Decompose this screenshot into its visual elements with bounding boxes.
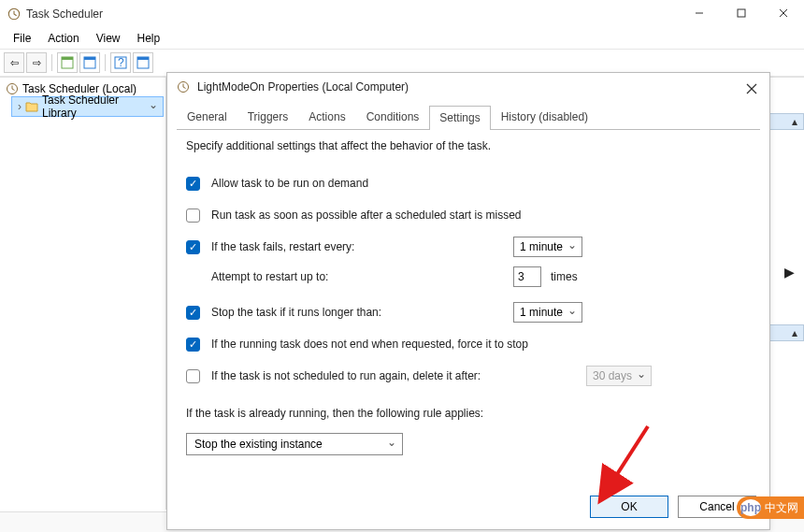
tab-triggers[interactable]: Triggers — [237, 105, 299, 129]
clock-icon — [6, 82, 19, 95]
svg-rect-12 — [137, 57, 149, 60]
tree-library-label: Task Scheduler Library — [42, 93, 144, 120]
stop-longer-select[interactable]: 1 minute — [513, 302, 582, 323]
tree-pane: Task Scheduler (Local) › Task Scheduler … — [0, 78, 166, 510]
attempt-label: Attempt to restart up to: — [211, 270, 328, 283]
run-missed-checkbox[interactable] — [186, 208, 200, 223]
restart-every-checkbox[interactable]: ✓ — [186, 240, 200, 254]
dialog-titlebar: LightModeOn Properties (Local Computer) — [167, 73, 769, 99]
window-title: Task Scheduler — [26, 7, 103, 21]
menu-file[interactable]: File — [6, 30, 38, 47]
help-button[interactable]: ? — [110, 52, 131, 73]
close-button[interactable] — [762, 0, 804, 26]
delete-after-label: If the task is not scheduled to run agai… — [211, 369, 481, 382]
menu-action[interactable]: Action — [40, 30, 86, 47]
tab-general[interactable]: General — [177, 105, 237, 129]
tab-history[interactable]: History (disabled) — [491, 105, 598, 129]
forward-button[interactable]: ⇨ — [26, 52, 47, 73]
toolbar-separator — [51, 54, 52, 71]
dialog-title: LightModeOn Properties (Local Computer) — [197, 80, 409, 93]
allow-demand-label: Allow task to be run on demand — [211, 177, 368, 190]
stop-longer-checkbox[interactable]: ✓ — [186, 306, 200, 320]
delete-after-row: If the task is not scheduled to run agai… — [186, 366, 751, 386]
force-stop-label: If the running task does not end when re… — [211, 338, 528, 351]
tab-settings[interactable]: Settings — [429, 106, 490, 130]
settings-description: Specify additional settings that affect … — [186, 139, 751, 152]
allow-demand-row: ✓ Allow task to be run on demand — [186, 173, 751, 194]
dialog-close-button[interactable] — [743, 80, 760, 97]
menu-help[interactable]: Help — [130, 30, 168, 47]
attempt-row: Attempt to restart up to: 3 times — [186, 266, 751, 287]
menu-view[interactable]: View — [89, 30, 128, 47]
expand-icon[interactable]: › — [18, 100, 22, 113]
attempt-count-input[interactable]: 3 — [513, 266, 541, 287]
titlebar: Task Scheduler — [0, 0, 804, 28]
minimize-button[interactable] — [678, 0, 720, 26]
watermark-badge: php 中文网 — [737, 496, 804, 519]
run-missed-label: Run task as soon as possible after a sch… — [211, 208, 522, 222]
php-logo-icon: php — [740, 499, 761, 516]
app-icon — [7, 7, 21, 21]
ok-button[interactable]: OK — [590, 496, 668, 518]
force-stop-row: ✓ If the running task does not end when … — [186, 334, 751, 354]
force-stop-checkbox[interactable]: ✓ — [186, 338, 200, 352]
clock-icon — [177, 80, 190, 93]
dialog-buttons: OK Cancel — [590, 496, 756, 518]
running-rule-select[interactable]: Stop the existing instance — [186, 433, 403, 455]
tab-conditions[interactable]: Conditions — [356, 105, 430, 129]
watermark-text: 中文网 — [765, 500, 798, 516]
maximize-button[interactable] — [720, 0, 762, 26]
tab-actions[interactable]: Actions — [298, 105, 355, 129]
stop-longer-row: ✓ Stop the task if it runs longer than: … — [186, 302, 751, 323]
running-rule-label: If the task is already running, then the… — [186, 407, 483, 420]
tree-library[interactable]: › Task Scheduler Library — [11, 96, 164, 117]
view-button[interactable] — [133, 52, 153, 73]
refresh-button[interactable] — [79, 52, 100, 73]
running-rule-value: Stop the existing instance — [194, 438, 323, 451]
folder-icon — [25, 100, 38, 113]
action-pane-button[interactable] — [57, 52, 78, 73]
window-controls — [678, 0, 804, 26]
svg-rect-8 — [84, 57, 95, 60]
run-missed-row: Run task as soon as possible after a sch… — [186, 205, 751, 225]
delete-after-checkbox[interactable] — [186, 369, 200, 383]
svg-text:?: ? — [118, 56, 124, 69]
properties-dialog: LightModeOn Properties (Local Computer) … — [166, 72, 770, 530]
stop-longer-label: Stop the task if it runs longer than: — [211, 306, 381, 319]
running-rule-row: If the task is already running, then the… — [186, 403, 751, 424]
toolbar-separator — [105, 54, 106, 71]
attempt-suffix: times — [551, 270, 578, 283]
back-button[interactable]: ⇦ — [4, 52, 24, 73]
scroll-right-icon[interactable]: ▶ — [784, 265, 795, 280]
dialog-body: Specify additional settings that affect … — [167, 130, 769, 465]
allow-demand-checkbox[interactable]: ✓ — [186, 177, 200, 191]
restart-every-row: ✓ If the task fails, restart every: 1 mi… — [186, 237, 751, 257]
restart-every-select[interactable]: 1 minute — [513, 237, 582, 257]
svg-rect-2 — [738, 9, 745, 17]
delete-after-select: 30 days — [586, 366, 652, 386]
tab-strip: General Triggers Actions Conditions Sett… — [167, 105, 769, 129]
menubar: File Action View Help — [0, 28, 804, 49]
restart-every-label: If the task fails, restart every: — [211, 240, 354, 253]
svg-rect-6 — [62, 57, 73, 60]
